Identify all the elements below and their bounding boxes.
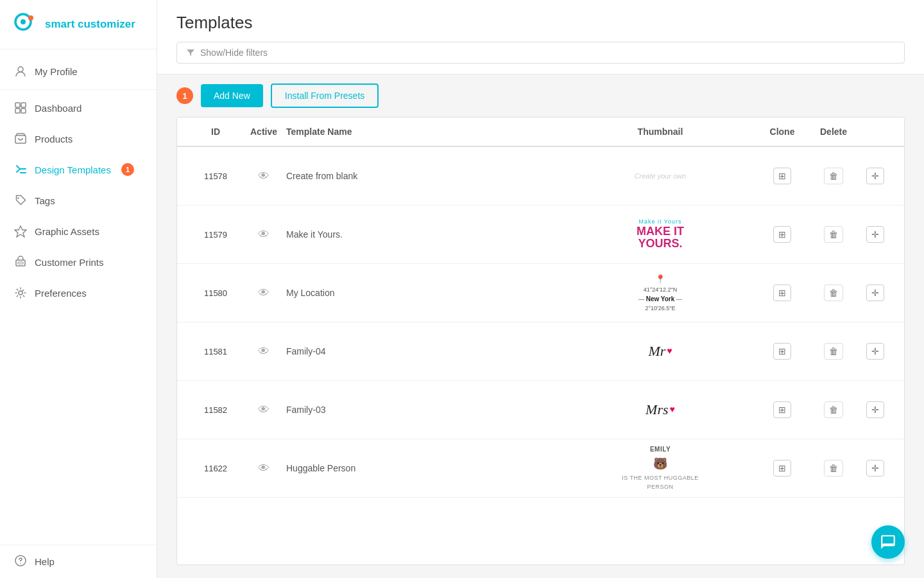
row-id: 11578 — [190, 171, 241, 181]
row-template-name: Create from blank — [286, 171, 564, 181]
svg-rect-6 — [15, 109, 20, 113]
row-active-toggle[interactable]: 👁 — [241, 403, 286, 417]
location-thumbnail: 📍 41°24'12.2"N — New York — 2°10'26.5"E — [638, 273, 682, 313]
design-templates-badge: 1 — [121, 163, 134, 176]
visibility-icon[interactable]: 👁 — [258, 345, 270, 358]
move-button[interactable]: ✛ — [866, 343, 884, 360]
svg-rect-4 — [15, 103, 20, 107]
delete-button[interactable]: 🗑 — [824, 401, 843, 418]
sidebar-item-preferences[interactable]: Preferences — [0, 277, 157, 308]
main-header: Templates Show/Hide filters — [157, 0, 924, 74]
svg-marker-10 — [15, 226, 26, 237]
svg-rect-8 — [15, 136, 26, 143]
clone-button[interactable]: ⊞ — [773, 343, 791, 360]
sidebar-item-tags[interactable]: Tags — [0, 185, 157, 216]
svg-rect-12 — [18, 262, 23, 264]
sidebar-item-dashboard[interactable]: Dashboard — [0, 92, 157, 123]
delete-button[interactable]: 🗑 — [824, 285, 843, 301]
row-clone[interactable]: ⊞ — [757, 168, 808, 184]
sidebar-item-label: Dashboard — [35, 103, 81, 114]
sidebar-item-products[interactable]: Products — [0, 123, 157, 154]
main-content: Templates Show/Hide filters 1 Add New In… — [157, 0, 924, 578]
row-clone[interactable]: ⊞ — [757, 226, 808, 243]
row-delete[interactable]: 🗑 — [808, 460, 859, 477]
row-active-toggle[interactable]: 👁 — [241, 170, 286, 183]
svg-rect-5 — [21, 103, 26, 107]
row-clone[interactable]: ⊞ — [757, 285, 808, 301]
move-button[interactable]: ✛ — [866, 168, 884, 184]
row-active-toggle[interactable]: 👁 — [241, 286, 286, 300]
clone-button[interactable]: ⊞ — [773, 285, 791, 301]
add-new-button[interactable]: Add New — [201, 84, 263, 107]
mr-thumbnail: Mr♥ — [648, 343, 672, 360]
move-button[interactable]: ✛ — [866, 226, 884, 243]
row-delete[interactable]: 🗑 — [808, 285, 859, 301]
row-clone[interactable]: ⊞ — [757, 343, 808, 360]
graphic-assets-icon — [14, 225, 27, 238]
clone-button[interactable]: ⊞ — [773, 460, 791, 477]
sidebar-item-graphic-assets[interactable]: Graphic Assets — [0, 216, 157, 247]
row-id: 11579 — [190, 230, 241, 240]
visibility-icon[interactable]: 👁 — [258, 228, 270, 241]
svg-point-2 — [28, 15, 33, 21]
row-delete[interactable]: 🗑 — [808, 168, 859, 184]
clone-button[interactable]: ⊞ — [773, 168, 791, 184]
visibility-icon[interactable]: 👁 — [258, 286, 270, 300]
delete-button[interactable]: 🗑 — [824, 460, 843, 477]
row-template-name: Family-04 — [286, 346, 564, 356]
customer-prints-icon — [14, 256, 27, 268]
delete-button[interactable]: 🗑 — [824, 168, 843, 184]
sidebar-item-label: Design Templates — [35, 164, 111, 175]
logo-icon — [13, 12, 38, 37]
toolbar: 1 Add New Install From Presets — [157, 74, 924, 117]
visibility-icon[interactable]: 👁 — [258, 462, 270, 475]
row-active-toggle[interactable]: 👁 — [241, 462, 286, 475]
row-template-name: Make it Yours. — [286, 229, 564, 240]
sidebar-item-help[interactable]: Help — [14, 554, 142, 569]
row-clone[interactable]: ⊞ — [757, 401, 808, 418]
move-button[interactable]: ✛ — [866, 460, 884, 477]
row-move[interactable]: ✛ — [859, 285, 891, 301]
row-id: 11582 — [190, 405, 241, 415]
row-move[interactable]: ✛ — [859, 460, 891, 477]
sidebar-nav: My Profile Dashboard — [0, 49, 157, 545]
col-clone: Clone — [757, 127, 808, 137]
table-header: ID Active Template Name Thumbnail Clone … — [177, 118, 904, 147]
row-move[interactable]: ✛ — [859, 343, 891, 360]
profile-icon — [14, 65, 27, 78]
move-button[interactable]: ✛ — [866, 285, 884, 301]
chat-button[interactable] — [871, 525, 905, 559]
sidebar-item-label: My Profile — [35, 66, 78, 77]
row-delete[interactable]: 🗑 — [808, 343, 859, 360]
row-active-toggle[interactable]: 👁 — [241, 228, 286, 241]
row-thumbnail: 📍 41°24'12.2"N — New York — 2°10'26.5"E — [564, 270, 757, 315]
row-thumbnail: Create your own — [564, 153, 757, 198]
sidebar-item-design-templates[interactable]: Design Templates 1 — [0, 154, 157, 185]
delete-button[interactable]: 🗑 — [824, 343, 843, 360]
move-button[interactable]: ✛ — [866, 401, 884, 418]
row-move[interactable]: ✛ — [859, 226, 891, 243]
sidebar-item-label: Products — [35, 134, 73, 144]
sidebar-item-label: Preferences — [35, 288, 87, 299]
filter-bar[interactable]: Show/Hide filters — [176, 42, 905, 64]
clone-button[interactable]: ⊞ — [773, 401, 791, 418]
table-row: 11622 👁 Huggable Person EMILY 🐻 IS THE M… — [177, 439, 904, 498]
app-logo[interactable]: smart customizer — [0, 0, 157, 49]
visibility-icon[interactable]: 👁 — [258, 170, 270, 183]
clone-button[interactable]: ⊞ — [773, 226, 791, 243]
row-active-toggle[interactable]: 👁 — [241, 345, 286, 358]
sidebar-item-customer-prints[interactable]: Customer Prints — [0, 247, 157, 277]
col-active: Active — [241, 127, 286, 137]
visibility-icon[interactable]: 👁 — [258, 403, 270, 417]
row-delete[interactable]: 🗑 — [808, 401, 859, 418]
sidebar-item-my-profile[interactable]: My Profile — [0, 56, 157, 87]
row-delete[interactable]: 🗑 — [808, 226, 859, 243]
row-move[interactable]: ✛ — [859, 168, 891, 184]
design-templates-icon — [14, 163, 27, 176]
svg-point-3 — [18, 67, 23, 72]
row-clone[interactable]: ⊞ — [757, 460, 808, 477]
filter-label: Show/Hide filters — [200, 48, 268, 58]
row-move[interactable]: ✛ — [859, 401, 891, 418]
delete-button[interactable]: 🗑 — [824, 226, 843, 243]
install-presets-button[interactable]: Install From Presets — [271, 83, 379, 108]
